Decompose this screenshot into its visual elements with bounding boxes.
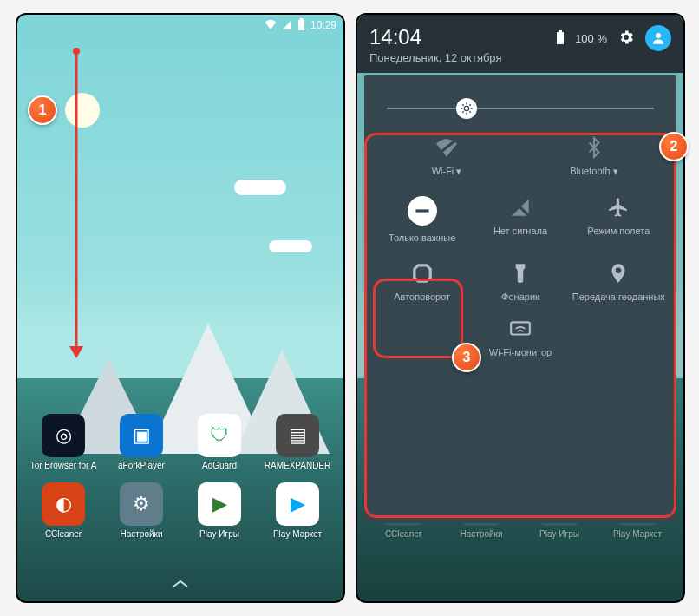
callout-badge-1: 1 (28, 95, 57, 125)
app-ramexpander[interactable]: ▤RAMEXPANDER (258, 414, 336, 470)
app-label: Настройки (120, 529, 162, 539)
battery-pct: 100 % (575, 32, 607, 45)
svg-marker-1 (69, 346, 83, 358)
home-apps-grid[interactable]: ◎Tor Browser for A▣aForkPlayer🛡AdGuard▤R… (17, 414, 343, 539)
app-icon: ▤ (276, 414, 319, 457)
app-label: Tor Browser for A (30, 461, 97, 470)
brightness-track (387, 108, 654, 109)
qs-header: 14:04 Понедельник, 12 октября 100 % (357, 15, 683, 73)
app-icon: ▶ (276, 482, 319, 526)
app-label: CCleaner (45, 529, 82, 539)
app-tor[interactable]: ◎Tor Browser for A (24, 414, 102, 470)
app-playmarket[interactable]: ▶Play Маркет (258, 482, 336, 539)
app-icon: ◐ (42, 482, 85, 526)
wifi-status-icon (265, 19, 277, 32)
status-bar: 10:29 (17, 15, 343, 36)
callout-badge-2: 2 (659, 132, 689, 161)
app-ccleaner[interactable]: ◐CCleaner (24, 482, 102, 539)
app-label: RAMEXPANDER (265, 461, 331, 470)
phone-right: CCleanerНастройкиPlay ИгрыPlay Маркет 14… (356, 13, 685, 603)
qs-time: 14:04 (369, 25, 502, 49)
brightness-thumb-icon[interactable] (456, 98, 477, 119)
app-label: CCleaner (385, 529, 421, 539)
app-settings[interactable]: ⚙Настройки (102, 482, 180, 539)
svg-point-2 (73, 48, 80, 55)
app-label: Play Игры (539, 529, 579, 539)
highlight-box-dnd (373, 279, 463, 358)
svg-point-3 (656, 33, 661, 38)
app-icon: ▶ (198, 482, 241, 526)
cloud-graphic (269, 240, 312, 252)
battery-icon (556, 30, 565, 47)
app-icon: ⚙ (120, 482, 163, 526)
brightness-slider[interactable] (387, 96, 654, 121)
app-label: Play Маркет (273, 529, 322, 539)
callout-badge-3: 3 (452, 343, 481, 372)
app-playgames[interactable]: ▶Play Игры (180, 482, 258, 539)
app-icon: ▣ (120, 414, 163, 457)
app-icon: ◎ (42, 414, 85, 457)
phone-left: 10:29 ◎Tor Browser for A▣aForkPlayer🛡AdG… (16, 13, 345, 603)
app-label: Play Игры (199, 529, 239, 539)
swipe-down-arrow (68, 48, 85, 360)
app-drawer-handle-icon[interactable] (171, 577, 190, 593)
user-avatar[interactable] (645, 25, 671, 51)
status-time: 10:29 (310, 19, 336, 31)
app-icon: 🛡 (198, 414, 241, 457)
qs-date: Понедельник, 12 октября (369, 51, 502, 64)
app-label: AdGuard (202, 461, 237, 470)
cloud-graphic (234, 180, 286, 195)
app-adguard[interactable]: 🛡AdGuard (180, 414, 258, 470)
svg-point-4 (464, 106, 468, 110)
battery-status-icon (297, 18, 305, 33)
app-label: Play Маркет (613, 529, 662, 539)
app-aforkplayer[interactable]: ▣aForkPlayer (102, 414, 180, 470)
cell-status-icon (282, 19, 292, 32)
app-label: Настройки (460, 529, 502, 539)
settings-gear-icon[interactable] (617, 29, 635, 49)
app-label: aForkPlayer (118, 461, 165, 470)
